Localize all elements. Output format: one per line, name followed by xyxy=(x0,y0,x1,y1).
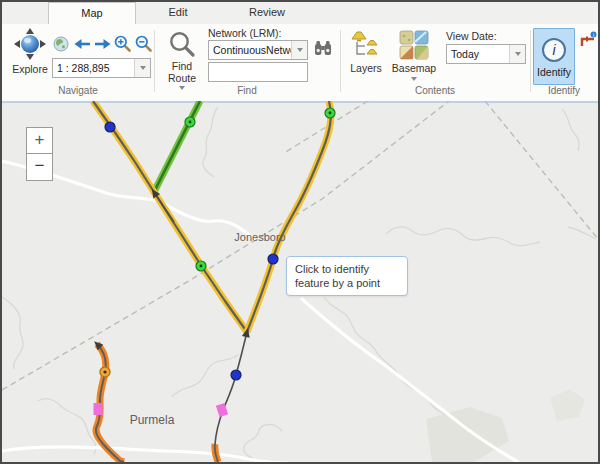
tab-review[interactable]: Review xyxy=(220,2,314,23)
view-date-label: View Date: xyxy=(446,30,497,42)
tab-map[interactable]: Map xyxy=(48,2,136,24)
layers-button[interactable]: Layers xyxy=(346,27,386,75)
contents-group-label: Contents xyxy=(340,85,530,96)
basemap-icon xyxy=(399,30,429,62)
find-route-button[interactable]: Find Route xyxy=(160,27,204,90)
group-divider xyxy=(154,30,155,92)
app-window: Map Edit Review xyxy=(0,0,600,464)
find-route-magnifier-icon xyxy=(168,30,196,60)
explore-button[interactable]: Explore xyxy=(8,27,52,76)
scale-dropdown-button[interactable] xyxy=(134,59,150,77)
network-lrm-value: ContinuousNetwork xyxy=(209,44,291,56)
map-scale-combobox[interactable]: 1 : 288,895 xyxy=(52,58,151,78)
identify-icon: i xyxy=(540,36,568,66)
next-extent-button[interactable] xyxy=(93,37,111,55)
network-lrm-combobox[interactable]: ContinuousNetwork xyxy=(208,40,308,60)
basemap-button[interactable]: Basemap xyxy=(390,27,438,81)
ribbon-tab-strip: Map Edit Review xyxy=(2,2,598,24)
view-date-value: Today xyxy=(447,48,509,60)
map-scale-value: 1 : 288,895 xyxy=(53,62,134,74)
identify-route-icon: i xyxy=(580,31,597,52)
identify-route-characteristics-button[interactable]: i xyxy=(579,32,597,50)
chevron-down-icon xyxy=(297,48,303,52)
chevron-down-icon xyxy=(411,77,417,81)
ribbon: Explore xyxy=(2,24,598,102)
layers-label: Layers xyxy=(350,63,382,75)
map-zoom-control: + − xyxy=(26,127,53,181)
binoculars-icon xyxy=(314,40,332,60)
map-zoom-in-button[interactable]: + xyxy=(26,127,53,154)
left-arrow-icon xyxy=(74,37,91,55)
navigate-group-label: Navigate xyxy=(2,85,154,96)
explore-label: Explore xyxy=(12,64,48,76)
identify-button[interactable]: i Identify xyxy=(533,28,575,85)
town-label-purmela: Purmela xyxy=(130,413,175,427)
full-extent-button[interactable] xyxy=(52,37,70,55)
identify-tooltip: Click to identify feature by a point xyxy=(286,256,408,296)
chevron-down-icon xyxy=(140,66,146,70)
explore-icon xyxy=(13,27,47,63)
map-view[interactable]: Jonesboro Purmela + − Click to identify … xyxy=(2,101,598,462)
find-group-label: Find xyxy=(154,85,340,96)
network-dropdown-button[interactable] xyxy=(291,41,307,59)
tab-edit[interactable]: Edit xyxy=(136,2,220,23)
town-label-jonesboro: Jonesboro xyxy=(234,231,285,243)
right-arrow-icon xyxy=(94,37,111,55)
layers-icon xyxy=(350,30,382,62)
network-lrm-label: Network (LRM): xyxy=(208,27,282,39)
identify-group-label: Identify xyxy=(530,85,598,96)
map-zoom-out-button[interactable]: − xyxy=(26,154,53,181)
view-date-dropdown-button[interactable] xyxy=(509,45,525,63)
zoom-out-icon xyxy=(135,35,152,56)
globe-icon xyxy=(53,36,69,56)
yellow-circle-marker xyxy=(100,367,110,377)
basemap-label: Basemap xyxy=(392,63,436,75)
find-route-label: Find Route xyxy=(165,61,199,84)
identify-label: Identify xyxy=(537,66,571,78)
zoom-in-icon xyxy=(114,35,131,56)
group-divider xyxy=(530,30,531,92)
view-date-combobox[interactable]: Today xyxy=(446,44,526,64)
locate-route-button[interactable] xyxy=(314,41,332,59)
fixed-zoom-in-button[interactable] xyxy=(113,36,131,54)
fixed-zoom-out-button[interactable] xyxy=(134,36,152,54)
chevron-down-icon xyxy=(515,52,521,56)
group-divider xyxy=(340,30,341,92)
svg-text:i: i xyxy=(592,31,593,37)
previous-extent-button[interactable] xyxy=(73,37,91,55)
route-value-input[interactable] xyxy=(208,62,308,82)
route-orange-bottom xyxy=(215,444,218,462)
